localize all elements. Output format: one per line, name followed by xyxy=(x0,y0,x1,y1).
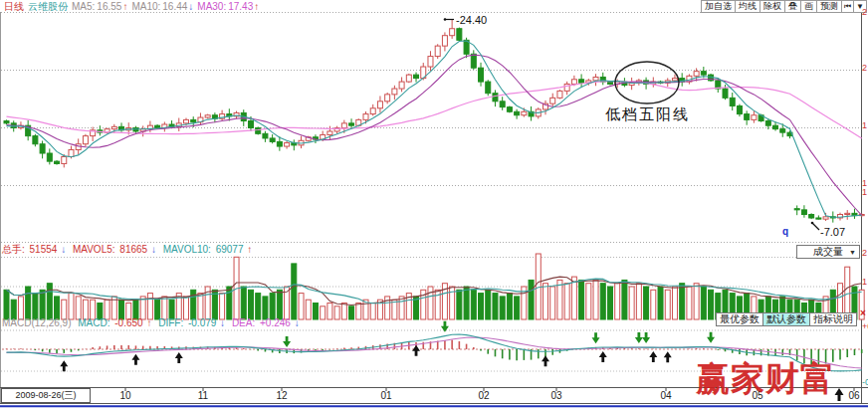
macd-label: MACD: xyxy=(78,317,109,328)
mavol5-label: MAVOL5: xyxy=(73,244,115,255)
buy-arrow-icon xyxy=(412,345,420,356)
forecast-button[interactable]: 预测 xyxy=(816,0,842,13)
sell-arrow-icon xyxy=(642,332,650,343)
default-params-button[interactable]: 默认参数 xyxy=(762,312,810,326)
volume-value: 51554 xyxy=(30,244,58,255)
draw-button[interactable]: 画 xyxy=(800,0,817,13)
chevron-down-icon: ▼ xyxy=(849,249,856,256)
macd-value: -0.650 xyxy=(114,317,142,328)
mavol10-up-arrow-icon: ↑ xyxy=(247,244,252,255)
volume-selector-label: 成交量 xyxy=(813,245,843,259)
volume-indicator-selector[interactable]: 成交量 ▼ xyxy=(796,245,860,259)
volume-header: 总手: 51554 ↓ MAVOL5: 81665 ↓ MAVOL10: 690… xyxy=(2,243,252,257)
axis-label-clipped: 2 xyxy=(862,8,867,17)
pattern-annotation: 低档五阳线 xyxy=(605,105,690,124)
sell-arrow-icon xyxy=(283,336,291,347)
timeline-month-label: 12 xyxy=(276,390,287,401)
axis-label-clipped: 1 xyxy=(862,278,867,287)
axis-label-clipped: 2 xyxy=(862,249,867,258)
ex-rights-marker: q xyxy=(782,226,788,237)
ma30-value: 17.43 xyxy=(228,1,253,13)
mavol10-value: 69077 xyxy=(216,244,244,255)
add-watchlist-button[interactable]: 加自选 xyxy=(701,0,736,13)
ma30-up-arrow-icon: ↑ xyxy=(254,1,259,13)
peak-price-annotation: -24.40 xyxy=(456,14,487,26)
ma5-up-arrow-icon: ↑ xyxy=(122,1,127,13)
timeline-month-label: 11 xyxy=(198,390,208,401)
dea-label: DEA: xyxy=(232,317,255,328)
macd-param-buttons: 最优参数 默认参数 指标说明 xyxy=(717,312,857,326)
macd-name: MACD(12,26,9) xyxy=(2,317,71,328)
axis-label-clipped: 2 xyxy=(862,64,867,73)
dea-value: +0.246 xyxy=(260,317,291,328)
ma30-label: MA30: xyxy=(197,1,226,13)
low-price-annotation: -7.07 xyxy=(820,226,845,238)
macd-up-arrow-icon: ↑ xyxy=(146,317,151,328)
axis-label-clipped: 1 xyxy=(862,188,867,197)
sell-arrow-icon xyxy=(707,332,715,343)
buy-arrow-icon xyxy=(599,351,607,362)
stock-chart-app: 日线 云维股份 MA5: 16.55 ↑ MA10: 16.44 ↓ MA30:… xyxy=(0,0,868,408)
stock-name[interactable]: 云维股份 xyxy=(28,1,68,13)
timeline-month-label: 02 xyxy=(478,390,489,401)
indicator-help-button[interactable]: 指标说明 xyxy=(809,312,857,326)
sell-arrow-icon xyxy=(441,321,449,332)
buy-arrow-icon xyxy=(542,355,549,366)
buy-arrow-icon xyxy=(60,360,68,371)
ma10-value: 16.44 xyxy=(162,1,187,13)
timeline-month-label: 04 xyxy=(660,390,671,401)
buy-arrow-icon xyxy=(131,354,139,365)
macd-header: MACD(12,26,9) MACD: -0.650 ↑ DIFF: -0.07… xyxy=(2,316,300,329)
overlay-button[interactable]: 叠 xyxy=(784,0,801,13)
mavol10-label: MAVOL10: xyxy=(163,244,211,255)
indicator-header: 日线 云维股份 MA5: 16.55 ↑ MA10: 16.44 ↓ MA30:… xyxy=(0,0,868,13)
volume-label: 总手: xyxy=(2,244,25,255)
date-box: 2009-08-26(三) xyxy=(1,388,91,403)
ma5-label: MA5: xyxy=(72,1,95,13)
ma-lines-button[interactable]: 均线 xyxy=(735,0,760,13)
buy-arrow-icon xyxy=(664,351,672,362)
sell-arrow-icon xyxy=(592,332,600,343)
diff-label: DIFF: xyxy=(158,317,183,328)
ma10-down-arrow-icon: ↓ xyxy=(188,1,193,13)
period-label[interactable]: 日线 xyxy=(4,1,24,13)
buy-arrow-icon xyxy=(175,352,183,363)
mavol5-value: 81665 xyxy=(119,244,147,255)
ma10-label: MA10: xyxy=(131,1,160,13)
ma5-value: 16.55 xyxy=(97,1,121,13)
watermark: 赢家财富网 xyxy=(696,356,868,408)
optimal-params-button[interactable]: 最优参数 xyxy=(716,312,763,326)
right-price-axis: 2211121+0-0 xyxy=(862,0,868,408)
chart-canvas[interactable] xyxy=(0,0,868,408)
timeline-month-label: 03 xyxy=(550,390,561,401)
volume-down-arrow-icon: ↓ xyxy=(61,244,66,255)
mavol5-down-arrow-icon: ↓ xyxy=(151,244,156,255)
diff-value: -0.079 xyxy=(188,317,216,328)
sell-arrow-icon xyxy=(635,332,643,343)
timeline-month-label: 01 xyxy=(380,390,391,401)
buy-arrow-icon xyxy=(649,351,657,362)
axis-label-clipped: +0 xyxy=(862,322,868,331)
timeline-month-label: 10 xyxy=(119,390,130,401)
dea-down-arrow-icon: ↓ xyxy=(295,317,300,328)
toolbar: 加自选 均线 除权 叠 画 预测 ⏮ ▼ xyxy=(702,0,867,13)
ex-rights-button[interactable]: 除权 xyxy=(760,0,785,13)
axis-label-clipped: 1 xyxy=(862,121,867,130)
diff-down-arrow-icon: ↓ xyxy=(220,317,225,328)
